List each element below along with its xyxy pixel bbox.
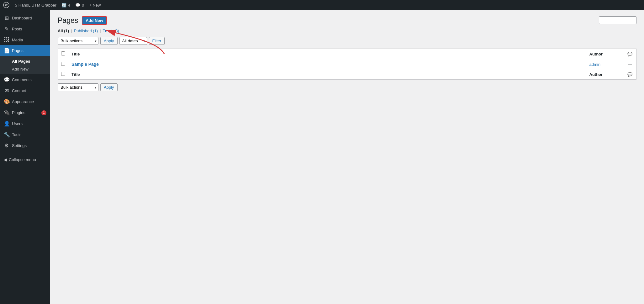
sidebar-item-label: Pages (12, 48, 24, 53)
footer-title-label: Title (71, 72, 80, 77)
comments-count: 0 (82, 3, 84, 8)
sidebar-item-label: Appearance (12, 99, 34, 104)
table-header-row: Title Author 💬 (58, 49, 636, 59)
admin-bar: W ⌂ HandL UTM Grabber 🔄 4 💬 0 + New (0, 0, 644, 10)
sidebar: ⊞ Dashboard ✎ Posts 🖼 Media 📄 Pages All … (0, 10, 50, 304)
main-content: Pages Add New All (1) | Published (1) | … (50, 10, 644, 304)
trash-count: (3) (114, 29, 119, 33)
col-header-author: Author (586, 49, 624, 59)
updates-icon: 🔄 (61, 3, 66, 8)
comments-item[interactable]: 💬 0 (75, 3, 84, 8)
sidebar-item-tools[interactable]: 🔧 Tools (0, 129, 50, 140)
date-select-wrap: All dates (119, 37, 147, 45)
page-title: Pages (58, 16, 78, 25)
plugins-icon: 🔌 (4, 110, 9, 116)
pages-submenu: All Pages Add New (0, 56, 50, 74)
sidebar-item-label: Tools (12, 132, 21, 137)
page-title-link[interactable]: Sample Page (71, 62, 99, 67)
apply-button-top[interactable]: Apply (100, 37, 118, 45)
pages-table: Title Author 💬 (58, 49, 636, 80)
sidebar-item-settings[interactable]: ⚙ Settings (0, 140, 50, 151)
sidebar-item-label: Users (12, 121, 23, 126)
pages-icon: 📄 (4, 48, 9, 54)
bulk-actions-bottom-select[interactable]: Bulk actions Edit Move to Trash (58, 83, 98, 91)
table-footer-row: Title Author 💬 (58, 69, 636, 80)
row-author-cell: admin (586, 59, 624, 70)
site-name: HandL UTM Grabber (18, 3, 56, 8)
select-all-footer-checkbox[interactable] (61, 72, 65, 76)
wp-logo-icon: W (3, 2, 9, 8)
updates-count: 4 (68, 3, 70, 8)
select-all-checkbox[interactable] (61, 51, 65, 55)
footer-author-label: Author (589, 72, 603, 77)
settings-icon: ⚙ (4, 143, 9, 149)
row-checkbox[interactable] (61, 62, 65, 66)
search-input[interactable] (599, 16, 636, 24)
status-links: All (1) | Published (1) | Trash (3) (58, 29, 636, 33)
col-footer-author: Author (586, 69, 624, 80)
sidebar-item-dashboard[interactable]: ⊞ Dashboard (0, 13, 50, 24)
bulk-actions-bottom-wrap: Bulk actions Edit Move to Trash (58, 83, 98, 91)
sidebar-item-label: Dashboard (12, 16, 32, 20)
col-header-comments: 💬 (624, 49, 636, 59)
submenu-item-add-new[interactable]: Add New (0, 65, 50, 73)
search-box (599, 16, 636, 24)
comment-dash: — (628, 62, 632, 67)
contact-icon: ✉ (4, 88, 9, 94)
submenu-item-all-pages[interactable]: All Pages (0, 57, 50, 65)
sidebar-item-media[interactable]: 🖼 Media (0, 34, 50, 45)
page-header: Pages Add New (58, 16, 636, 25)
status-link-published[interactable]: Published (1) (74, 29, 98, 33)
appearance-icon: 🎨 (4, 99, 9, 105)
col-footer-comments: 💬 (624, 69, 636, 80)
site-name-item[interactable]: ⌂ HandL UTM Grabber (14, 3, 56, 8)
media-icon: 🖼 (4, 37, 9, 43)
date-filter-select[interactable]: All dates (119, 37, 147, 45)
sidebar-item-appearance[interactable]: 🎨 Appearance (0, 96, 50, 107)
users-icon: 👤 (4, 121, 9, 127)
row-checkbox-cell (58, 59, 69, 70)
tools-icon: 🔧 (4, 132, 9, 138)
comments-nav-icon: 💬 (4, 77, 9, 83)
all-count: (1) (64, 29, 69, 33)
top-toolbar: Bulk actions Edit Move to Trash Apply Al… (58, 37, 636, 45)
row-comments-cell: — (624, 59, 636, 70)
footer-comments-icon: 💬 (627, 72, 632, 77)
new-label: + New (89, 3, 101, 8)
dashboard-icon: ⊞ (4, 15, 9, 21)
sidebar-item-users[interactable]: 👤 Users (0, 118, 50, 129)
updates-item[interactable]: 🔄 4 (61, 3, 70, 8)
filter-button[interactable]: Filter (149, 37, 165, 45)
bulk-actions-select[interactable]: Bulk actions Edit Move to Trash (58, 37, 98, 45)
wp-logo-item[interactable]: W (3, 2, 9, 8)
sidebar-item-posts[interactable]: ✎ Posts (0, 24, 50, 34)
author-col-label: Author (589, 52, 603, 56)
bulk-actions-wrap: Bulk actions Edit Move to Trash (58, 37, 98, 45)
sidebar-item-pages[interactable]: 📄 Pages (0, 45, 50, 56)
svg-text:W: W (5, 3, 8, 7)
table-row: Sample Page admin — (58, 59, 636, 70)
col-header-title: Title (68, 49, 586, 59)
sidebar-item-label: Settings (12, 143, 27, 148)
comments-col-icon: 💬 (627, 52, 632, 56)
status-link-trash[interactable]: Trash (3) (103, 29, 119, 33)
sidebar-item-label: Plugins (12, 110, 25, 115)
comments-icon: 💬 (75, 3, 80, 8)
add-new-button[interactable]: Add New (82, 16, 107, 25)
bottom-toolbar: Bulk actions Edit Move to Trash Apply (58, 83, 636, 91)
sidebar-item-label: Posts (12, 27, 22, 31)
status-link-all[interactable]: All (1) (58, 29, 69, 33)
title-col-label: Title (71, 52, 80, 56)
sidebar-item-label: Contact (12, 88, 26, 93)
col-footer-checkbox (58, 69, 69, 80)
new-item[interactable]: + New (89, 3, 101, 8)
collapse-icon: ◀ (4, 157, 7, 162)
sidebar-item-plugins[interactable]: 🔌 Plugins 1 (0, 107, 50, 118)
apply-button-bottom[interactable]: Apply (100, 83, 118, 91)
collapse-menu-button[interactable]: ◀ Collapse menu (0, 154, 50, 166)
author-link[interactable]: admin (589, 62, 600, 67)
sidebar-item-comments[interactable]: 💬 Comments (0, 74, 50, 85)
sidebar-item-contact[interactable]: ✉ Contact (0, 85, 50, 96)
home-icon: ⌂ (14, 3, 17, 8)
posts-icon: ✎ (4, 26, 9, 32)
